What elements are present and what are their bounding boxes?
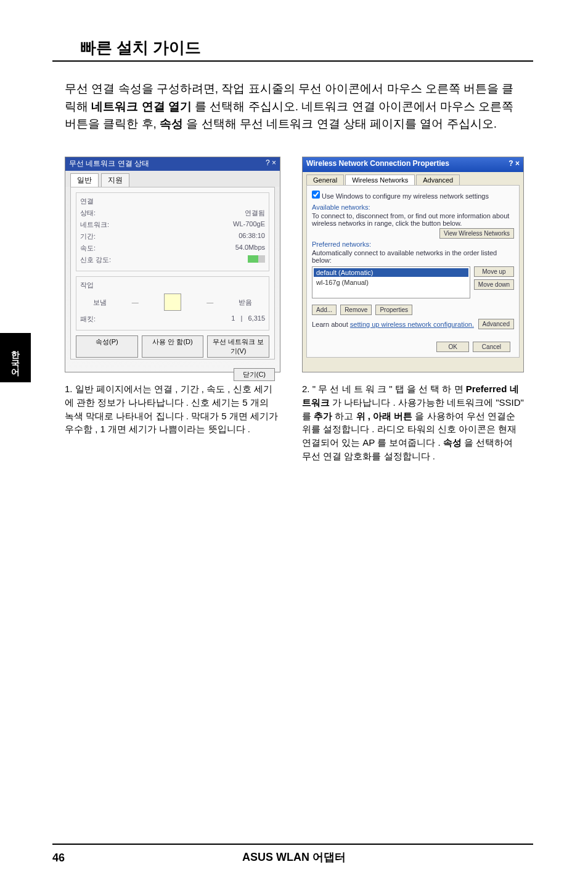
- dialog-panel: 연결 상태:연결됨 네트워크:WL-700gE 기간:06:38:10 속도:5…: [70, 187, 275, 359]
- connection-group: 연결 상태:연결됨 네트워크:WL-700gE 기간:06:38:10 속도:5…: [76, 192, 269, 271]
- dialog-wireless-status: 무선 네트워크 연결 상태 ? × 일반 지원 연결 상태:연결됨 네트워크:W…: [65, 157, 280, 372]
- title-underline: [52, 60, 533, 62]
- body-paragraph: 무선 연결 속성을 구성하려면, 작업 표시줄의 무선 아이콘에서 마우스 오른…: [65, 80, 524, 133]
- dialog-title: 무선 네트워크 연결 상태: [69, 158, 149, 170]
- body-text-bold-1: 네트워크 연결 열기: [91, 100, 192, 113]
- dialog-tabs: General Wireless Networks Advanced: [303, 172, 523, 185]
- body-text-3: 을 선택해 무선 네트워크 연결 상태 페이지를 열어 주십시오.: [186, 117, 497, 130]
- use-windows-checkbox[interactable]: Use Windows to configure my wireless net…: [312, 191, 514, 200]
- dialog-title: Wireless Network Connection Properties: [306, 159, 449, 170]
- caption-right-b3: 위 , 아래 버튼: [356, 411, 413, 421]
- page-title: 빠른 설치 가이드: [80, 37, 201, 59]
- body-text-bold-2: 속성: [160, 117, 183, 130]
- caption-left-text: 1. 일반 페이지에서는 연결 , 기간 , 속도 , 신호 세기에 관한 정보…: [65, 384, 278, 434]
- language-tab: 한국어: [0, 333, 31, 382]
- duration-value: 06:38:10: [239, 232, 265, 241]
- tab-advanced[interactable]: Advanced: [416, 175, 460, 185]
- ok-button[interactable]: OK: [436, 342, 468, 352]
- advanced-button[interactable]: Advanced: [478, 319, 514, 329]
- tab-general[interactable]: 일반: [70, 173, 99, 187]
- disable-button[interactable]: 사용 안 함(D): [142, 335, 204, 358]
- learn-prefix: Learn about: [312, 321, 350, 328]
- view-wireless-button[interactable]: View Wireless Networks: [439, 228, 514, 239]
- pc-icon: [164, 294, 181, 311]
- recv-value: 6,315: [248, 314, 265, 322]
- activity-label: 작업: [80, 281, 265, 290]
- status-value: 연결됨: [245, 208, 265, 218]
- footer-text: ASUS WLAN 어댑터: [0, 850, 588, 865]
- dialog-wireless-properties: Wireless Network Connection Properties ?…: [302, 157, 524, 372]
- list-item[interactable]: wl-167g (Manual): [314, 278, 468, 287]
- learn-about-text: Learn about setting up wireless network …: [312, 321, 474, 328]
- network-value: WL-700gE: [233, 220, 265, 229]
- caption-right-1: 2. " 무 선 네 트 워 크 " 탭 을 선 택 하 면: [302, 384, 466, 394]
- available-networks-head: Available networks:: [312, 203, 514, 211]
- remove-button[interactable]: Remove: [340, 305, 372, 315]
- caption-left: 1. 일반 페이지에서는 연결 , 기간 , 속도 , 신호 세기에 관한 정보…: [65, 382, 280, 436]
- cancel-button[interactable]: Cancel: [473, 342, 510, 352]
- footer-line: [52, 844, 533, 845]
- properties-button[interactable]: 속성(P): [76, 335, 138, 358]
- speed-label: 속도:: [80, 244, 96, 253]
- available-networks-text: To connect to, disconnect from, or find …: [312, 212, 514, 227]
- dialog-panel: Use Windows to configure my wireless net…: [306, 185, 520, 358]
- caption-right-3: 하고: [335, 411, 356, 421]
- dialog-titlebar: 무선 네트워크 연결 상태 ? ×: [65, 157, 280, 171]
- dialog-tabs: 일반 지원: [65, 171, 280, 187]
- tab-wireless-networks[interactable]: Wireless Networks: [345, 175, 415, 185]
- signal-bars-icon: [248, 255, 265, 263]
- titlebar-buttons[interactable]: ? ×: [266, 158, 276, 170]
- move-up-button[interactable]: Move up: [474, 266, 514, 277]
- add-button[interactable]: Add...: [312, 305, 337, 315]
- properties-button[interactable]: Properties: [375, 305, 412, 315]
- use-windows-label: Use Windows to configure my wireless net…: [322, 192, 489, 200]
- sent-label: 보냄: [93, 298, 107, 307]
- titlebar-buttons[interactable]: ? ×: [508, 159, 520, 170]
- signal-label: 신호 강도:: [80, 255, 111, 265]
- caption-right-b4: 속성: [443, 437, 462, 448]
- preferred-networks-text: Automatically connect to available netwo…: [312, 249, 514, 264]
- close-button[interactable]: 닫기(C): [234, 368, 275, 381]
- dialog-titlebar: Wireless Network Connection Properties ?…: [303, 157, 523, 172]
- sent-value: 1: [231, 314, 235, 322]
- packets-label: 패킷:: [80, 314, 96, 324]
- preferred-networks-head: Preferred networks:: [312, 240, 514, 248]
- tab-general[interactable]: General: [306, 175, 344, 185]
- recv-label: 받음: [239, 298, 252, 307]
- duration-label: 기간:: [80, 232, 96, 241]
- use-windows-checkbox-input[interactable]: [312, 191, 320, 199]
- connection-label: 연결: [80, 197, 265, 206]
- activity-group: 작업 보냄 — — 받음 패킷:1 | 6,315: [76, 276, 269, 331]
- speed-value: 54.0Mbps: [235, 244, 265, 253]
- tab-support[interactable]: 지원: [101, 173, 129, 187]
- move-down-button[interactable]: Move down: [474, 279, 514, 290]
- caption-right: 2. " 무 선 네 트 워 크 " 탭 을 선 택 하 면 Preferred…: [302, 382, 524, 463]
- learn-link[interactable]: setting up wireless network configuratio…: [350, 321, 474, 328]
- status-label: 상태:: [80, 208, 96, 218]
- network-label: 네트워크:: [80, 220, 109, 229]
- caption-right-b2: 추가: [314, 411, 332, 421]
- preferred-list[interactable]: default (Automatic) wl-167g (Manual): [312, 266, 470, 298]
- view-networks-button[interactable]: 무선 네트워크 보기(V): [207, 335, 269, 358]
- list-item[interactable]: default (Automatic): [314, 268, 468, 277]
